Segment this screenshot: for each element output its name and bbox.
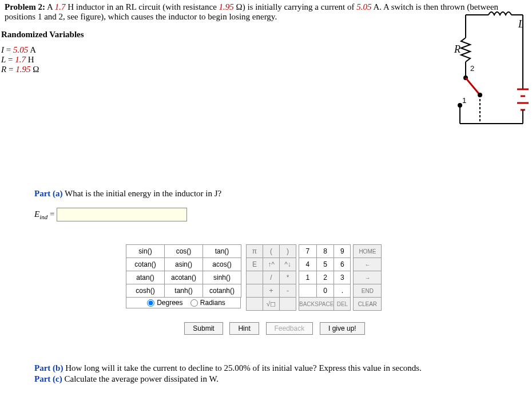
degrees-radio[interactable]: Degrees bbox=[141, 299, 182, 307]
answer-input[interactable] bbox=[57, 208, 187, 221]
key-7[interactable]: 7 bbox=[299, 245, 317, 258]
problem-number: Problem 2: bbox=[5, 2, 45, 11]
keypad-functions: sin()cos()tan() cotan()asin()acos() atan… bbox=[126, 244, 241, 298]
key-asin[interactable]: asin() bbox=[165, 258, 203, 271]
feedback-button: Feedback bbox=[266, 322, 313, 335]
key-9[interactable]: 9 bbox=[334, 245, 351, 258]
key-sub[interactable]: ^↓ bbox=[280, 258, 296, 271]
keypad-nav: HOME ← → END CLEAR bbox=[353, 244, 382, 311]
submit-button[interactable]: Submit bbox=[184, 322, 223, 335]
key-mul[interactable]: * bbox=[280, 271, 296, 284]
circuit-label-l: L bbox=[518, 18, 524, 30]
key-4[interactable]: 4 bbox=[299, 258, 317, 271]
action-row: Submit Hint Feedback I give up! bbox=[126, 322, 423, 335]
key-blank1[interactable] bbox=[247, 271, 263, 284]
keypad: sin()cos()tan() cotan()asin()acos() atan… bbox=[126, 244, 423, 335]
key-blank4[interactable] bbox=[280, 298, 296, 311]
key-plus[interactable]: + bbox=[263, 284, 280, 298]
svg-line-12 bbox=[466, 78, 480, 95]
key-acotan[interactable]: acotan() bbox=[165, 271, 203, 284]
key-5[interactable]: 5 bbox=[316, 258, 334, 271]
key-cosh[interactable]: cosh() bbox=[126, 284, 165, 298]
key-sqrt[interactable]: √◻ bbox=[263, 298, 280, 311]
hint-button[interactable]: Hint bbox=[229, 322, 259, 335]
key-home[interactable]: HOME bbox=[354, 245, 382, 258]
key-blank5[interactable] bbox=[299, 284, 317, 298]
key-8[interactable]: 8 bbox=[316, 245, 334, 258]
part-a-question: Part (a) What is the initial energy in t… bbox=[34, 189, 498, 199]
key-del[interactable]: DEL bbox=[334, 298, 351, 311]
key-3[interactable]: 3 bbox=[334, 271, 351, 284]
svg-point-17 bbox=[458, 104, 462, 107]
key-sup[interactable]: ↑^ bbox=[263, 258, 280, 271]
angle-mode-row: Degrees Radians bbox=[126, 298, 241, 308]
key-1[interactable]: 1 bbox=[299, 271, 317, 284]
key-cotanh[interactable]: cotanh() bbox=[203, 284, 241, 298]
key-acos[interactable]: acos() bbox=[203, 258, 241, 271]
key-0[interactable]: 0 bbox=[316, 284, 334, 298]
key-blank2[interactable] bbox=[247, 284, 263, 298]
key-cos[interactable]: cos() bbox=[165, 245, 203, 258]
key-backspace[interactable]: BACKSPACE bbox=[299, 298, 334, 311]
key-6[interactable]: 6 bbox=[334, 258, 351, 271]
key-lparen[interactable]: ( bbox=[263, 245, 280, 258]
key-pi[interactable]: π bbox=[247, 245, 263, 258]
key-clear[interactable]: CLEAR bbox=[354, 298, 382, 311]
key-atan[interactable]: atan() bbox=[126, 271, 165, 284]
key-minus[interactable]: - bbox=[280, 284, 296, 298]
key-dot[interactable]: . bbox=[334, 284, 351, 298]
key-cotan[interactable]: cotan() bbox=[126, 258, 165, 271]
circuit-pos-2: 2 bbox=[470, 64, 474, 73]
keypad-symbols: π() E↑^^↓ /* +- √◻ bbox=[246, 244, 296, 311]
key-tanh[interactable]: tanh() bbox=[165, 284, 203, 298]
key-e[interactable]: E bbox=[247, 258, 263, 271]
key-2[interactable]: 2 bbox=[316, 271, 334, 284]
key-blank3[interactable] bbox=[247, 298, 263, 311]
key-sinh[interactable]: sinh() bbox=[203, 271, 241, 284]
keypad-numbers: 789 456 123 0. BACKSPACEDEL bbox=[299, 244, 351, 311]
circuit-pos-1: 1 bbox=[462, 96, 466, 105]
circuit-label-r: R bbox=[454, 43, 460, 55]
radians-radio[interactable]: Radians bbox=[185, 299, 225, 307]
part-b: Part (b) How long will it take the curre… bbox=[34, 363, 498, 373]
key-rparen[interactable]: ) bbox=[280, 245, 296, 258]
part-c: Part (c) Calculate the average power dis… bbox=[34, 374, 498, 384]
key-sin[interactable]: sin() bbox=[126, 245, 165, 258]
circuit-diagram: R L 2 1 bbox=[397, 3, 529, 129]
answer-symbol: Eind = bbox=[34, 209, 54, 220]
giveup-button[interactable]: I give up! bbox=[320, 322, 365, 335]
key-right[interactable]: → bbox=[354, 271, 382, 284]
key-div[interactable]: / bbox=[263, 271, 280, 284]
key-end[interactable]: END bbox=[354, 284, 382, 298]
key-left[interactable]: ← bbox=[354, 258, 382, 271]
key-tan[interactable]: tan() bbox=[203, 245, 241, 258]
